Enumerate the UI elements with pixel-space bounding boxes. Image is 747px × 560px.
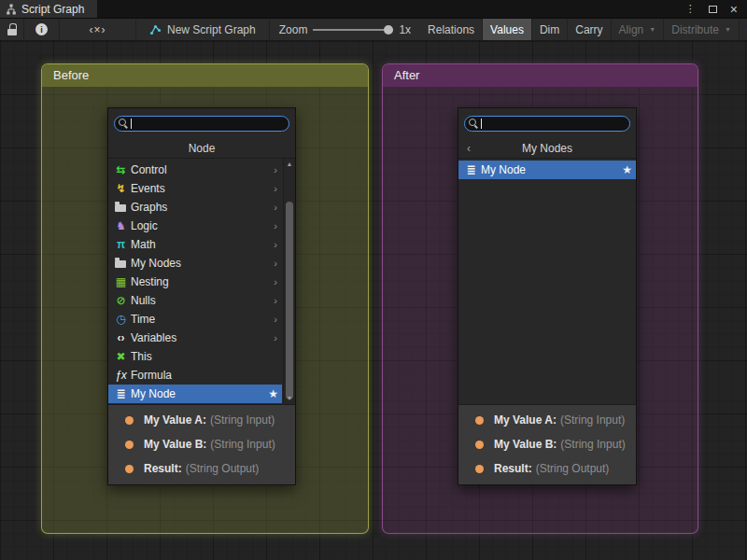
node-finder-after: ‹ My Nodes ≣My Node★ My Value A:(String … — [458, 107, 637, 485]
list-item-this[interactable]: ✖This — [108, 347, 282, 366]
time-icon: ◷ — [113, 310, 129, 329]
search-row — [458, 108, 636, 138]
chevron-right-icon: › — [274, 258, 282, 269]
node-search-input[interactable] — [114, 116, 289, 132]
my-node-icon: ≣ — [113, 385, 129, 403]
favorite-star-icon[interactable]: ★ — [622, 163, 636, 176]
port-dot-icon[interactable] — [125, 465, 134, 473]
list-item-label: Formula — [131, 369, 172, 382]
code-view-button[interactable]: ‹×› — [60, 19, 136, 40]
finder-header: ‹ My Nodes — [458, 138, 636, 159]
toolbar-button-align[interactable]: Align▼ — [612, 19, 665, 40]
scrollbar[interactable]: ▲ ▼ — [283, 159, 295, 404]
list-item-my-node[interactable]: ≣My Node★ — [458, 161, 636, 179]
nulls-icon: ⊘ — [113, 291, 129, 310]
toolbar-button-carry[interactable]: Carry — [568, 19, 611, 40]
group-after-header[interactable]: After — [383, 64, 698, 87]
toolbar-button-overview[interactable]: Overview — [740, 19, 747, 40]
list-item-graphs[interactable]: Graphs› — [108, 198, 282, 217]
port-dot-icon[interactable] — [475, 416, 484, 425]
back-chevron-icon[interactable]: ‹ — [467, 138, 471, 159]
toolbar-button-distribute[interactable]: Distribute▼ — [664, 19, 740, 40]
nesting-icon: ▦ — [113, 273, 129, 291]
new-script-graph-button[interactable]: New Script Graph — [136, 19, 270, 40]
port-my-value-a-[interactable]: My Value A:(String Input) — [458, 408, 636, 432]
toolbar-button-label: Distribute — [671, 23, 719, 36]
port-name: Result: — [144, 462, 182, 475]
port-type: (String Input) — [210, 413, 275, 427]
port-type: (String Output) — [186, 462, 260, 475]
list-item-time[interactable]: ◷Time› — [108, 310, 282, 329]
group-before-header[interactable]: Before — [42, 64, 368, 87]
chevron-right-icon: › — [274, 295, 282, 306]
list-item-label: My Node — [481, 163, 526, 176]
formula-icon: ƒx — [113, 366, 129, 385]
chevron-right-icon: › — [274, 314, 282, 325]
list-item-nulls[interactable]: ⊘Nulls› — [108, 291, 282, 310]
maximize-icon[interactable] — [709, 6, 717, 13]
port-dot-icon[interactable] — [475, 441, 484, 449]
node-graph-icon — [149, 23, 162, 35]
zoom-label: Zoom — [279, 23, 308, 36]
toolbar-button-values[interactable]: Values — [483, 19, 532, 40]
port-type: (String Input) — [210, 438, 275, 451]
search-icon — [119, 119, 129, 129]
zoom-slider[interactable] — [313, 29, 393, 31]
lock-button[interactable] — [0, 19, 24, 40]
inspect-button[interactable]: i — [24, 19, 60, 40]
port-my-value-b-[interactable]: My Value B:(String Input) — [108, 432, 295, 456]
finder-header-label: My Nodes — [522, 142, 572, 155]
list-item-control[interactable]: ⇆Control› — [108, 161, 282, 179]
events-icon: ↯ — [113, 179, 129, 198]
toolbar-button-dim[interactable]: Dim — [532, 19, 568, 40]
list-item-logic[interactable]: ♞Logic› — [108, 217, 282, 235]
tab-title: Script Graph — [21, 3, 84, 16]
variables-icon: ‹› — [113, 329, 129, 347]
scrollbar-thumb[interactable] — [286, 202, 293, 399]
port-name: My Value B: — [494, 438, 557, 451]
tab-script-graph[interactable]: Script Graph — [0, 0, 97, 18]
favorite-star-icon[interactable]: ★ — [268, 387, 282, 400]
node-ports: My Value A:(String Input)My Value B:(Str… — [458, 404, 636, 484]
port-result-[interactable]: Result:(String Output) — [108, 456, 295, 481]
port-my-value-a-[interactable]: My Value A:(String Input) — [108, 408, 295, 432]
port-name: My Value A: — [144, 413, 206, 427]
script-graph-window: Script Graph ⋮ × i ‹×› New Script Graph — [0, 0, 747, 560]
close-icon[interactable]: × — [730, 3, 738, 16]
chevron-right-icon: › — [274, 239, 282, 250]
list-item-variables[interactable]: ‹›Variables› — [108, 329, 282, 347]
list-item-label: Time — [131, 313, 155, 326]
list-item-math[interactable]: πMath› — [108, 235, 282, 254]
scroll-up-icon[interactable]: ▲ — [284, 159, 295, 170]
toolbar-button-label: Carry — [575, 23, 602, 36]
graph-canvas[interactable]: Before After Node ⇆Control›↯Events›Graph… — [0, 41, 747, 560]
control-icon: ⇆ — [113, 161, 129, 179]
menu-dots-icon[interactable]: ⋮ — [685, 3, 696, 15]
list-item-nesting[interactable]: ▦Nesting› — [108, 273, 282, 291]
list-item-my-node[interactable]: ≣My Node★ — [108, 385, 282, 403]
node-ports: My Value A:(String Input)My Value B:(Str… — [108, 404, 295, 484]
finder-list: ≣My Node★ — [458, 159, 636, 404]
graph-hierarchy-icon — [6, 4, 17, 15]
toolbar-button-relations[interactable]: Relations — [420, 19, 483, 40]
port-dot-icon[interactable] — [475, 465, 484, 473]
port-my-value-b-[interactable]: My Value B:(String Input) — [458, 432, 636, 456]
chevron-right-icon: › — [274, 164, 282, 175]
list-item-my-nodes[interactable]: My Nodes› — [108, 254, 282, 273]
list-item-formula[interactable]: ƒxFormula — [108, 366, 282, 385]
info-icon: i — [35, 23, 48, 35]
port-dot-icon[interactable] — [125, 441, 134, 449]
node-finder-before: Node ⇆Control›↯Events›Graphs›♞Logic›πMat… — [107, 107, 296, 485]
zoom-slider-handle[interactable] — [384, 25, 393, 35]
list-item-label: This — [131, 350, 152, 363]
port-name: Result: — [494, 462, 532, 475]
scroll-down-icon[interactable]: ▼ — [284, 393, 295, 404]
zoom-control: Zoom 1x — [270, 19, 420, 40]
port-dot-icon[interactable] — [125, 416, 134, 425]
list-item-label: Logic — [131, 219, 158, 232]
port-result-[interactable]: Result:(String Output) — [458, 456, 636, 481]
chevron-down-icon: ▼ — [649, 26, 655, 33]
list-item-events[interactable]: ↯Events› — [108, 179, 282, 198]
title-bar: Script Graph ⋮ × — [0, 0, 747, 18]
node-search-input[interactable] — [464, 116, 630, 132]
